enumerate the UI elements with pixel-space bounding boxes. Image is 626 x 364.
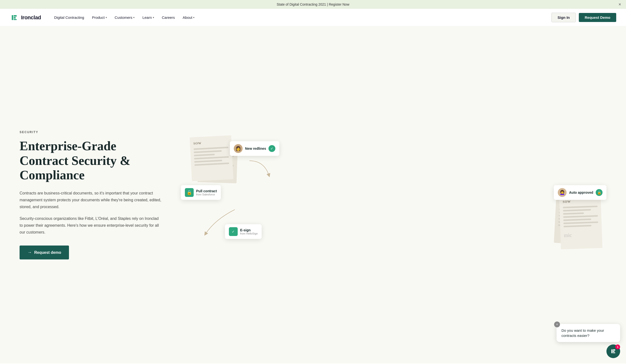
hero-illustration: SOW SOW SOW <box>176 132 606 259</box>
cta-label: Request demo <box>34 250 61 255</box>
hero-title: Enterprise-Grade Contract Security & Com… <box>20 139 161 182</box>
chevron-down-icon: ▾ <box>133 16 134 19</box>
nav-item-customers[interactable]: Customers ▾ <box>111 13 138 22</box>
nav-item-about[interactable]: About ▾ <box>179 13 198 22</box>
chevron-down-icon: ▾ <box>106 16 107 19</box>
logo-icon <box>10 13 19 22</box>
hero-para-1: Contracts are business-critical document… <box>20 190 161 210</box>
hero-content: SECURITY Enterprise-Grade Contract Secur… <box>20 131 161 260</box>
notif-redlines-label: New redlines <box>245 147 266 150</box>
chevron-down-icon: ▾ <box>153 16 154 19</box>
nav-item-digital-contracting[interactable]: Digital Contracting <box>51 13 88 22</box>
chevron-down-icon: ▾ <box>193 16 195 19</box>
chat-logo-icon <box>610 348 617 355</box>
lock-icon: 🔒 <box>185 188 194 197</box>
notif-approved-label: Auto approved <box>569 191 593 195</box>
notif-pull-contract: 🔒 Pull contract from Salesforce <box>181 185 221 200</box>
notif-esign-label: E-sign <box>240 228 258 232</box>
document-card-front-2: SOW mic <box>559 194 603 249</box>
chat-message: Do you want to make your contracts easie… <box>561 328 604 338</box>
hero-para-2: Security-conscious organizations like Fi… <box>20 215 161 236</box>
banner-text: State of Digital Contracting 2021 | Regi… <box>276 2 349 6</box>
signin-button[interactable]: Sign In <box>551 13 576 22</box>
shield-check-icon: ✓ <box>269 145 275 152</box>
hero-section: SECURITY Enterprise-Grade Contract Secur… <box>0 26 626 364</box>
nav-links: Digital Contracting Product ▾ Customers … <box>51 13 551 22</box>
avatar-redlines: 👩 <box>234 144 242 153</box>
chat-open-button[interactable]: 1 <box>606 344 620 358</box>
shield-esign-icon: ✓ <box>229 227 238 236</box>
notif-esign-sub: from HelloSign <box>240 232 258 235</box>
lock-approved-icon: 🔒 <box>596 189 603 196</box>
notif-new-redlines: 👩 New redlines ✓ <box>230 141 279 156</box>
chat-close-button[interactable]: × <box>554 322 560 327</box>
notif-esign: ✓ E-sign from HelloSign <box>225 224 262 239</box>
chat-badge: 1 <box>615 344 620 349</box>
banner-close-button[interactable]: × <box>618 2 621 7</box>
document-card-front-1: SOW <box>190 135 233 182</box>
nav-item-product[interactable]: Product ▾ <box>88 13 110 22</box>
request-demo-button[interactable]: Request Demo <box>579 13 616 22</box>
notif-auto-approved: 👩‍🦱 Auto approved 🔒 <box>554 185 606 200</box>
arrow-icon: → <box>27 250 32 255</box>
navbar: Ironclad Digital Contracting Product ▾ C… <box>0 9 626 26</box>
nav-actions: Sign In Request Demo <box>551 13 616 22</box>
logo-text: Ironclad <box>21 14 41 21</box>
nav-item-learn[interactable]: Learn ▾ <box>139 13 157 22</box>
chat-widget: × Do you want to make your contracts eas… <box>556 324 620 358</box>
logo-link[interactable]: Ironclad <box>10 13 41 22</box>
announcement-banner: State of Digital Contracting 2021 | Regi… <box>0 0 626 9</box>
chat-bubble: × Do you want to make your contracts eas… <box>556 324 620 342</box>
nav-item-careers[interactable]: Careers <box>158 13 178 22</box>
notif-pull-sub: from Salesforce <box>196 193 217 196</box>
avatar-approved: 👩‍🦱 <box>558 188 567 197</box>
request-demo-cta-button[interactable]: → Request demo <box>20 245 69 260</box>
section-label: SECURITY <box>20 131 161 134</box>
connection-arrow-1 <box>244 156 274 185</box>
notif-pull-label: Pull contract <box>196 189 217 193</box>
